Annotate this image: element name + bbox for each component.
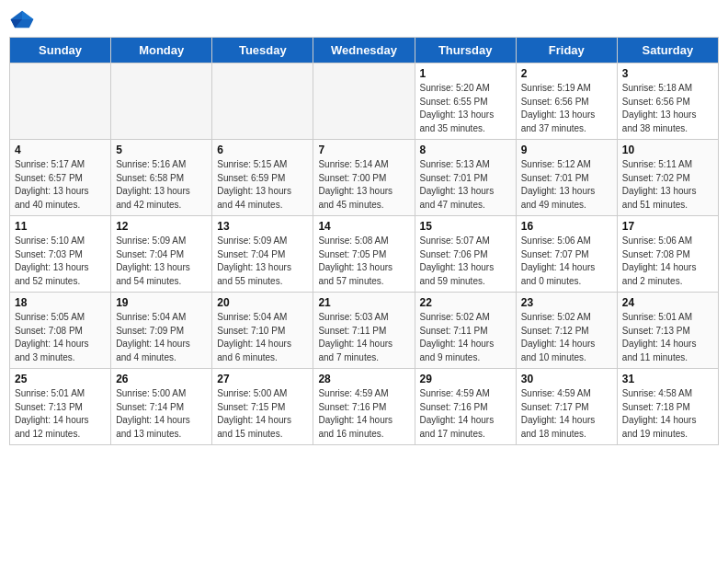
day-number: 16 bbox=[521, 220, 612, 233]
calendar-cell: 29Sunrise: 4:59 AMSunset: 7:16 PMDayligh… bbox=[415, 369, 516, 445]
cell-info: Sunrise: 4:59 AMSunset: 7:16 PMDaylight:… bbox=[420, 387, 511, 441]
calendar-cell: 21Sunrise: 5:03 AMSunset: 7:11 PMDayligh… bbox=[313, 293, 415, 369]
week-row-2: 4Sunrise: 5:17 AMSunset: 6:57 PMDaylight… bbox=[10, 140, 719, 216]
calendar-cell: 10Sunrise: 5:11 AMSunset: 7:02 PMDayligh… bbox=[617, 140, 718, 216]
day-number: 24 bbox=[622, 296, 713, 309]
calendar-cell: 27Sunrise: 5:00 AMSunset: 7:15 PMDayligh… bbox=[212, 369, 313, 445]
calendar-cell: 25Sunrise: 5:01 AMSunset: 7:13 PMDayligh… bbox=[10, 369, 111, 445]
cell-info: Sunrise: 5:00 AMSunset: 7:14 PMDaylight:… bbox=[116, 387, 207, 441]
cell-info: Sunrise: 5:00 AMSunset: 7:15 PMDaylight:… bbox=[217, 387, 308, 441]
cell-info: Sunrise: 5:03 AMSunset: 7:11 PMDaylight:… bbox=[318, 311, 409, 364]
calendar-cell: 1Sunrise: 5:20 AMSunset: 6:55 PMDaylight… bbox=[415, 63, 516, 140]
calendar-cell bbox=[313, 63, 415, 140]
day-header-wednesday: Wednesday bbox=[313, 38, 415, 63]
day-number: 29 bbox=[420, 373, 511, 385]
day-header-sunday: Sunday bbox=[10, 38, 111, 63]
calendar-cell: 31Sunrise: 4:58 AMSunset: 7:18 PMDayligh… bbox=[617, 369, 718, 445]
cell-info: Sunrise: 5:15 AMSunset: 6:59 PMDaylight:… bbox=[217, 158, 308, 212]
cell-info: Sunrise: 5:20 AMSunset: 6:55 PMDaylight:… bbox=[420, 82, 511, 135]
calendar-cell: 4Sunrise: 5:17 AMSunset: 6:57 PMDaylight… bbox=[10, 140, 111, 216]
day-number: 17 bbox=[622, 220, 713, 233]
day-number: 14 bbox=[318, 220, 409, 233]
day-number: 3 bbox=[622, 67, 713, 80]
day-number: 15 bbox=[420, 220, 511, 233]
calendar-cell: 23Sunrise: 5:02 AMSunset: 7:12 PMDayligh… bbox=[516, 293, 617, 369]
cell-info: Sunrise: 5:18 AMSunset: 6:56 PMDaylight:… bbox=[622, 82, 713, 135]
day-number: 12 bbox=[116, 220, 207, 233]
cell-info: Sunrise: 5:02 AMSunset: 7:12 PMDaylight:… bbox=[521, 311, 612, 364]
day-number: 13 bbox=[217, 220, 308, 233]
week-row-1: 1Sunrise: 5:20 AMSunset: 6:55 PMDaylight… bbox=[10, 63, 719, 140]
calendar-cell: 19Sunrise: 5:04 AMSunset: 7:09 PMDayligh… bbox=[111, 293, 212, 369]
calendar-cell: 9Sunrise: 5:12 AMSunset: 7:01 PMDaylight… bbox=[516, 140, 617, 216]
day-number: 10 bbox=[622, 144, 713, 156]
calendar-cell: 30Sunrise: 4:59 AMSunset: 7:17 PMDayligh… bbox=[516, 369, 617, 445]
week-row-5: 25Sunrise: 5:01 AMSunset: 7:13 PMDayligh… bbox=[10, 369, 719, 445]
day-number: 21 bbox=[318, 296, 409, 309]
logo bbox=[9, 9, 39, 29]
cell-info: Sunrise: 5:13 AMSunset: 7:01 PMDaylight:… bbox=[420, 158, 511, 212]
day-number: 31 bbox=[622, 373, 713, 385]
day-number: 20 bbox=[217, 296, 308, 309]
cell-info: Sunrise: 5:04 AMSunset: 7:09 PMDaylight:… bbox=[116, 311, 207, 364]
cell-info: Sunrise: 5:02 AMSunset: 7:11 PMDaylight:… bbox=[420, 311, 511, 364]
day-header-thursday: Thursday bbox=[415, 38, 516, 63]
day-number: 27 bbox=[217, 373, 308, 385]
calendar-table: SundayMondayTuesdayWednesdayThursdayFrid… bbox=[9, 37, 719, 445]
cell-info: Sunrise: 5:12 AMSunset: 7:01 PMDaylight:… bbox=[521, 158, 612, 212]
cell-info: Sunrise: 5:05 AMSunset: 7:08 PMDaylight:… bbox=[15, 311, 106, 364]
calendar-cell bbox=[10, 63, 111, 140]
calendar-cell: 11Sunrise: 5:10 AMSunset: 7:03 PMDayligh… bbox=[10, 216, 111, 293]
day-number: 23 bbox=[521, 296, 612, 309]
calendar-cell: 8Sunrise: 5:13 AMSunset: 7:01 PMDaylight… bbox=[415, 140, 516, 216]
cell-info: Sunrise: 5:01 AMSunset: 7:13 PMDaylight:… bbox=[622, 311, 713, 364]
calendar-cell: 7Sunrise: 5:14 AMSunset: 7:00 PMDaylight… bbox=[313, 140, 415, 216]
calendar-cell: 28Sunrise: 4:59 AMSunset: 7:16 PMDayligh… bbox=[313, 369, 415, 445]
cell-info: Sunrise: 5:17 AMSunset: 6:57 PMDaylight:… bbox=[15, 158, 106, 212]
cell-info: Sunrise: 5:16 AMSunset: 6:58 PMDaylight:… bbox=[116, 158, 207, 212]
calendar-cell: 17Sunrise: 5:06 AMSunset: 7:08 PMDayligh… bbox=[617, 216, 718, 293]
calendar-cell: 20Sunrise: 5:04 AMSunset: 7:10 PMDayligh… bbox=[212, 293, 313, 369]
calendar-cell: 26Sunrise: 5:00 AMSunset: 7:14 PMDayligh… bbox=[111, 369, 212, 445]
logo-icon bbox=[9, 9, 35, 29]
cell-info: Sunrise: 5:08 AMSunset: 7:05 PMDaylight:… bbox=[318, 235, 409, 288]
day-number: 5 bbox=[116, 144, 207, 156]
cell-info: Sunrise: 5:11 AMSunset: 7:02 PMDaylight:… bbox=[622, 158, 713, 212]
calendar-cell: 22Sunrise: 5:02 AMSunset: 7:11 PMDayligh… bbox=[415, 293, 516, 369]
cell-info: Sunrise: 5:01 AMSunset: 7:13 PMDaylight:… bbox=[15, 387, 106, 441]
cell-info: Sunrise: 5:10 AMSunset: 7:03 PMDaylight:… bbox=[15, 235, 106, 288]
day-number: 26 bbox=[116, 373, 207, 385]
calendar-cell: 15Sunrise: 5:07 AMSunset: 7:06 PMDayligh… bbox=[415, 216, 516, 293]
cell-info: Sunrise: 5:09 AMSunset: 7:04 PMDaylight:… bbox=[116, 235, 207, 288]
calendar-cell: 6Sunrise: 5:15 AMSunset: 6:59 PMDaylight… bbox=[212, 140, 313, 216]
page-header bbox=[9, 9, 719, 29]
calendar-cell: 16Sunrise: 5:06 AMSunset: 7:07 PMDayligh… bbox=[516, 216, 617, 293]
calendar-cell: 14Sunrise: 5:08 AMSunset: 7:05 PMDayligh… bbox=[313, 216, 415, 293]
day-number: 9 bbox=[521, 144, 612, 156]
day-header-monday: Monday bbox=[111, 38, 212, 63]
day-number: 2 bbox=[521, 67, 612, 80]
cell-info: Sunrise: 5:14 AMSunset: 7:00 PMDaylight:… bbox=[318, 158, 409, 212]
cell-info: Sunrise: 4:59 AMSunset: 7:16 PMDaylight:… bbox=[318, 387, 409, 441]
calendar-cell: 3Sunrise: 5:18 AMSunset: 6:56 PMDaylight… bbox=[617, 63, 718, 140]
calendar-cell: 18Sunrise: 5:05 AMSunset: 7:08 PMDayligh… bbox=[10, 293, 111, 369]
day-number: 7 bbox=[318, 144, 409, 156]
cell-info: Sunrise: 5:19 AMSunset: 6:56 PMDaylight:… bbox=[521, 82, 612, 135]
day-number: 1 bbox=[420, 67, 511, 80]
calendar-cell: 2Sunrise: 5:19 AMSunset: 6:56 PMDaylight… bbox=[516, 63, 617, 140]
cell-info: Sunrise: 5:07 AMSunset: 7:06 PMDaylight:… bbox=[420, 235, 511, 288]
cell-info: Sunrise: 4:58 AMSunset: 7:18 PMDaylight:… bbox=[622, 387, 713, 441]
week-row-3: 11Sunrise: 5:10 AMSunset: 7:03 PMDayligh… bbox=[10, 216, 719, 293]
day-number: 6 bbox=[217, 144, 308, 156]
calendar-cell: 12Sunrise: 5:09 AMSunset: 7:04 PMDayligh… bbox=[111, 216, 212, 293]
cell-info: Sunrise: 5:06 AMSunset: 7:07 PMDaylight:… bbox=[521, 235, 612, 288]
day-number: 19 bbox=[116, 296, 207, 309]
day-number: 25 bbox=[15, 373, 106, 385]
day-number: 22 bbox=[420, 296, 511, 309]
calendar-cell bbox=[212, 63, 313, 140]
calendar-cell: 13Sunrise: 5:09 AMSunset: 7:04 PMDayligh… bbox=[212, 216, 313, 293]
day-header-saturday: Saturday bbox=[617, 38, 718, 63]
day-number: 11 bbox=[15, 220, 106, 233]
cell-info: Sunrise: 4:59 AMSunset: 7:17 PMDaylight:… bbox=[521, 387, 612, 441]
calendar-cell bbox=[111, 63, 212, 140]
